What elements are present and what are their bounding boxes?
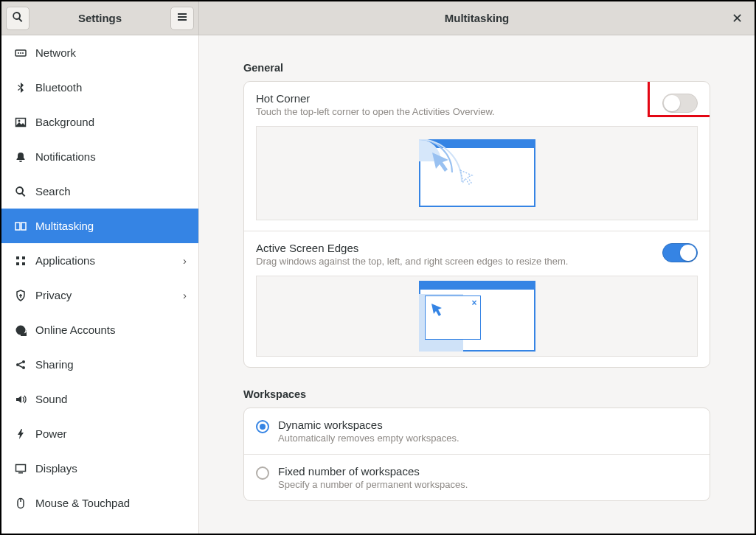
svg-point-5 [20, 52, 21, 54]
dynamic-workspaces-option[interactable]: Dynamic workspaces Automatically removes… [244, 408, 710, 455]
sidebar-item-label: Network [35, 46, 187, 59]
radio-icon [256, 466, 269, 480]
sidebar-item-label: Power [35, 427, 187, 440]
sidebar-item-label: Displays [35, 462, 187, 475]
search-icon [13, 184, 28, 199]
settings-window: Settings Multitasking ✕ Network Bluetoot… [0, 0, 756, 535]
sidebar-item-label: Sharing [35, 358, 187, 371]
at-icon [13, 323, 28, 338]
hot-corner-subtitle: Touch the top-left corner to open the Ac… [256, 106, 662, 117]
share-icon [13, 357, 28, 372]
sidebar-item-label: Bluetooth [35, 81, 187, 94]
bluetooth-icon [13, 80, 28, 95]
hot-corner-row: Hot Corner Touch the top-left corner to … [244, 82, 710, 231]
search-icon [12, 11, 24, 25]
sidebar-item-label: Multitasking [35, 220, 187, 232]
svg-rect-12 [22, 256, 25, 259]
hot-corner-illustration [256, 126, 698, 220]
sidebar[interactable]: Network Bluetooth Background Notificatio… [1, 35, 199, 534]
content[interactable]: General Hot Corner Touch the top-left co… [199, 35, 755, 534]
sidebar-item-label: Privacy [35, 289, 183, 301]
svg-rect-1 [178, 16, 187, 18]
sound-icon [13, 392, 28, 407]
sidebar-item-multitasking[interactable]: Multitasking [1, 209, 198, 243]
sidebar-item-label: Search [35, 185, 187, 197]
sidebar-item-sound[interactable]: Sound [1, 382, 198, 416]
sidebar-item-label: Background [35, 116, 187, 128]
workspaces-card: Dynamic workspaces Automatically removes… [243, 408, 710, 501]
menu-icon [176, 11, 188, 25]
sidebar-title: Settings [30, 12, 170, 24]
apps-icon [13, 253, 28, 268]
background-icon [13, 115, 28, 130]
sidebar-item-label: Notifications [35, 150, 187, 163]
chevron-right-icon: › [183, 254, 187, 267]
svg-point-6 [22, 52, 24, 54]
dynamic-workspaces-subtitle: Automatically removes empty workspaces. [278, 433, 698, 444]
sidebar-item-label: Online Accounts [35, 324, 187, 336]
svg-rect-9 [15, 223, 20, 230]
svg-rect-10 [21, 223, 26, 230]
sidebar-item-label: Mouse & Touchpad [35, 497, 187, 509]
sidebar-item-notifications[interactable]: Notifications [1, 139, 198, 174]
svg-point-16 [22, 360, 25, 363]
sidebar-item-power[interactable]: Power [1, 416, 198, 451]
general-card: Hot Corner Touch the top-left corner to … [243, 81, 710, 368]
section-heading-workspaces: Workspaces [243, 388, 710, 400]
fixed-workspaces-option[interactable]: Fixed number of workspaces Specify a num… [244, 455, 710, 500]
mouse-icon [13, 496, 28, 511]
page-title: Multitasking [199, 12, 755, 24]
titlebar-left: Settings [1, 1, 199, 35]
fixed-workspaces-subtitle: Specify a number of permanent workspaces… [278, 479, 698, 490]
active-edges-toggle[interactable] [662, 243, 698, 262]
close-icon: ✕ [732, 10, 743, 27]
hot-corner-toggle[interactable] [662, 94, 698, 113]
svg-rect-18 [16, 464, 26, 471]
dynamic-workspaces-title: Dynamic workspaces [278, 419, 698, 431]
privacy-icon [13, 288, 28, 303]
sidebar-item-label: Sound [35, 393, 187, 405]
sidebar-item-applications[interactable]: Applications › [1, 243, 198, 278]
active-edges-illustration: × [256, 276, 698, 357]
display-icon [13, 461, 28, 476]
chevron-right-icon: › [183, 289, 187, 301]
close-button[interactable]: ✕ [726, 8, 747, 29]
titlebar-right: Multitasking ✕ [199, 1, 755, 35]
svg-point-4 [18, 52, 19, 54]
body: Network Bluetooth Background Notificatio… [1, 35, 755, 534]
active-edges-title: Active Screen Edges [256, 242, 662, 254]
svg-point-17 [22, 366, 25, 369]
svg-point-8 [18, 119, 21, 122]
svg-rect-13 [16, 262, 19, 265]
multitasking-icon [13, 219, 28, 234]
hamburger-button[interactable] [170, 7, 194, 30]
sidebar-item-network[interactable]: Network [1, 35, 198, 70]
svg-rect-2 [178, 19, 187, 21]
sidebar-item-sharing[interactable]: Sharing [1, 347, 198, 382]
hot-corner-title: Hot Corner [256, 92, 662, 105]
svg-rect-0 [178, 13, 187, 15]
svg-rect-11 [16, 256, 19, 259]
network-icon [13, 46, 28, 60]
radio-icon [256, 420, 269, 433]
bell-icon [13, 150, 28, 164]
sidebar-item-privacy[interactable]: Privacy › [1, 278, 198, 312]
sidebar-item-mouse[interactable]: Mouse & Touchpad [1, 486, 198, 520]
svg-rect-19 [18, 472, 23, 474]
sidebar-item-search[interactable]: Search [1, 174, 198, 209]
sidebar-item-label: Applications [35, 254, 183, 267]
active-edges-row: Active Screen Edges Drag windows against… [244, 231, 710, 367]
power-icon [13, 427, 28, 441]
active-edges-subtitle: Drag windows against the top, left, and … [256, 256, 662, 267]
search-button[interactable] [6, 7, 30, 30]
section-heading-general: General [243, 62, 710, 74]
titlebar: Settings Multitasking ✕ [1, 1, 755, 35]
sidebar-item-online-accounts[interactable]: Online Accounts [1, 312, 198, 347]
sidebar-item-background[interactable]: Background [1, 105, 198, 139]
svg-rect-14 [22, 262, 25, 265]
sidebar-item-displays[interactable]: Displays [1, 451, 198, 486]
fixed-workspaces-title: Fixed number of workspaces [278, 465, 698, 478]
sidebar-item-bluetooth[interactable]: Bluetooth [1, 70, 198, 105]
